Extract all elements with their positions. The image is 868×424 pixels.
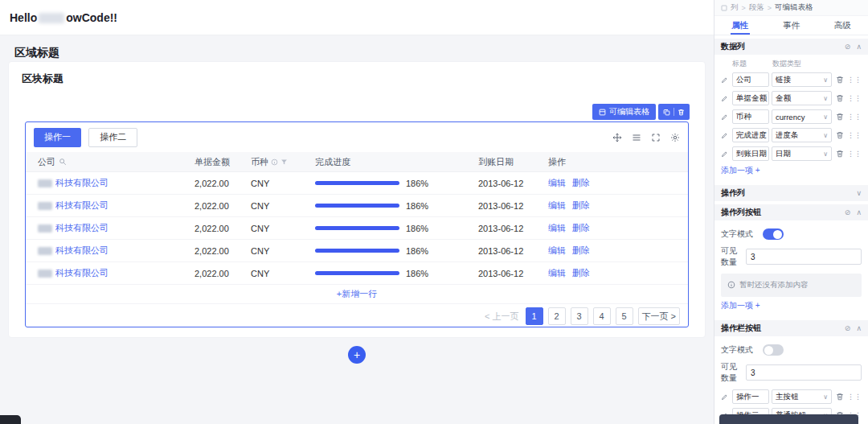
filter-icon[interactable] <box>280 158 288 166</box>
action-one-button[interactable]: 操作一 <box>34 128 81 147</box>
edit-link[interactable]: 编辑 <box>548 222 566 234</box>
visible-count-input[interactable] <box>746 249 862 265</box>
field-type-select[interactable]: 日期∨ <box>772 146 832 161</box>
edit-icon[interactable] <box>721 150 730 158</box>
move-icon[interactable] <box>612 133 622 142</box>
amount-cell: 2,022.00 <box>194 224 251 233</box>
fullscreen-icon[interactable] <box>651 133 661 142</box>
page-button-3[interactable]: 3 <box>571 307 588 325</box>
editable-table-widget[interactable]: 可编辑表格 操作一 操作二 <box>25 121 689 327</box>
section-header-action-column-buttons[interactable]: 操作列按钮 ⊘∧ <box>714 204 868 220</box>
button-title-input[interactable]: 操作一 <box>732 389 769 404</box>
button-type-select[interactable]: 主按钮∨ <box>772 389 832 404</box>
tab-properties[interactable]: 属性 <box>714 16 766 35</box>
breadcrumb-item-table[interactable]: 可编辑表格 <box>775 2 813 13</box>
company-link[interactable]: 科技有限公司 <box>55 177 108 189</box>
add-component-fab[interactable]: + <box>348 346 366 364</box>
tab-advanced[interactable]: 高级 <box>817 16 868 35</box>
page-button-1[interactable]: 1 <box>526 307 543 325</box>
edit-icon[interactable] <box>721 113 730 121</box>
delete-icon[interactable] <box>834 113 845 121</box>
collapse-icon[interactable]: ∧ <box>856 43 862 51</box>
section-header-action-column[interactable]: 操作列 ∨ <box>714 185 868 201</box>
tab-events[interactable]: 事件 <box>766 16 817 35</box>
drag-handle-icon[interactable]: ⋮⋮ <box>847 94 862 102</box>
copy-component-button[interactable] <box>660 109 674 116</box>
progress-bar <box>315 271 399 275</box>
action-two-button[interactable]: 操作二 <box>88 128 137 147</box>
field-title-input[interactable]: 公司 <box>732 72 769 87</box>
expand-icon[interactable]: ∨ <box>856 189 862 197</box>
search-icon[interactable] <box>59 158 67 166</box>
bind-icon[interactable]: ⊘ <box>845 208 851 216</box>
field-type-select[interactable]: 链接∨ <box>772 72 832 87</box>
delete-icon[interactable] <box>834 131 845 139</box>
page-button-4[interactable]: 4 <box>593 307 611 325</box>
field-title-input[interactable]: 币种 <box>732 109 769 124</box>
delete-link[interactable]: 删除 <box>572 267 590 279</box>
delete-link[interactable]: 删除 <box>572 222 590 234</box>
collapse-icon[interactable]: ∧ <box>856 208 862 216</box>
delete-component-button[interactable] <box>674 109 688 116</box>
edit-icon[interactable] <box>721 132 730 139</box>
edit-icon[interactable] <box>721 393 730 401</box>
company-link[interactable]: 科技有限公司 <box>55 200 108 212</box>
settings-icon[interactable] <box>670 133 680 142</box>
add-item-link[interactable]: 添加一项 + <box>721 165 862 176</box>
row-height-icon[interactable] <box>632 133 641 142</box>
drag-handle-icon[interactable]: ⋮⋮ <box>847 131 862 139</box>
page-button-2[interactable]: 2 <box>548 307 566 325</box>
section-header-data-columns[interactable]: 数据列 ⊘∧ <box>714 39 868 55</box>
delete-link[interactable]: 删除 <box>572 200 590 212</box>
info-icon[interactable] <box>271 158 278 166</box>
edit-link[interactable]: 编辑 <box>548 245 566 257</box>
edit-link[interactable]: 编辑 <box>548 177 566 189</box>
progress-cell: 186% <box>315 269 478 278</box>
collapse-icon[interactable]: ∧ <box>856 324 862 332</box>
text-mode-toggle[interactable] <box>763 228 784 240</box>
company-link[interactable]: 科技有限公司 <box>55 267 108 279</box>
field-title-input[interactable]: 单据金额 <box>732 91 769 105</box>
field-type-select[interactable]: 进度条∨ <box>772 128 832 142</box>
section-header-action-bar-buttons[interactable]: 操作栏按钮 ⊘∧ <box>714 320 868 336</box>
delete-icon[interactable] <box>834 150 845 158</box>
add-row-button[interactable]: +新增一行 <box>337 288 377 300</box>
text-mode-toggle[interactable] <box>763 344 784 356</box>
add-item-link[interactable]: 添加一项 + <box>721 300 862 311</box>
company-link[interactable]: 科技有限公司 <box>55 245 108 257</box>
section-title: 操作列 <box>721 187 745 199</box>
edit-link[interactable]: 编辑 <box>548 200 566 212</box>
toggle-knob <box>764 346 773 355</box>
page-button-5[interactable]: 5 <box>616 307 633 325</box>
field-type-select[interactable]: 金额∨ <box>772 91 832 105</box>
drag-handle-icon[interactable]: ⋮⋮ <box>847 150 862 158</box>
progress-label: 186% <box>406 179 428 188</box>
amount-cell: 2,022.00 <box>194 269 251 278</box>
company-link[interactable]: 科技有限公司 <box>55 222 108 234</box>
bind-icon[interactable]: ⊘ <box>845 43 851 51</box>
drag-handle-icon[interactable]: ⋮⋮ <box>847 76 862 84</box>
delete-icon[interactable] <box>834 94 845 102</box>
edit-icon[interactable] <box>721 95 730 102</box>
next-page-button[interactable]: 下一页 > <box>638 307 680 325</box>
drag-handle-icon[interactable]: ⋮⋮ <box>847 393 862 401</box>
bind-icon[interactable]: ⊘ <box>845 324 851 332</box>
edit-link[interactable]: 编辑 <box>548 267 566 279</box>
drag-handle-icon[interactable]: ⋮⋮ <box>847 113 862 121</box>
delete-link[interactable]: 删除 <box>572 245 590 257</box>
breadcrumb-item-column[interactable]: 列 <box>731 2 739 13</box>
visible-count-input[interactable] <box>746 364 862 381</box>
field-type-select[interactable]: currency∨ <box>772 109 832 124</box>
breadcrumb-item-section[interactable]: 段落 <box>749 2 764 13</box>
edit-icon[interactable] <box>721 76 730 84</box>
data-column-list: 公司 链接∨ ⋮⋮ 单据金额 金额∨ ⋮⋮ 币种 currency∨ ⋮⋮ <box>721 72 862 161</box>
breadcrumb: 列 > 段落 > 可编辑表格 <box>714 0 868 16</box>
delete-icon[interactable] <box>834 393 845 401</box>
table-row: 科技有限公司 2,022.00 CNY 186% 2013-06-12 编辑删除 <box>26 195 688 217</box>
field-title-input[interactable]: 完成进度 <box>732 128 769 142</box>
section-header-icons: ∨ <box>856 189 862 197</box>
delete-link[interactable]: 删除 <box>572 177 590 189</box>
field-title-input[interactable]: 到账日期 <box>732 146 769 161</box>
prev-page-button[interactable]: < 上一页 <box>485 311 518 323</box>
delete-icon[interactable] <box>834 76 845 84</box>
